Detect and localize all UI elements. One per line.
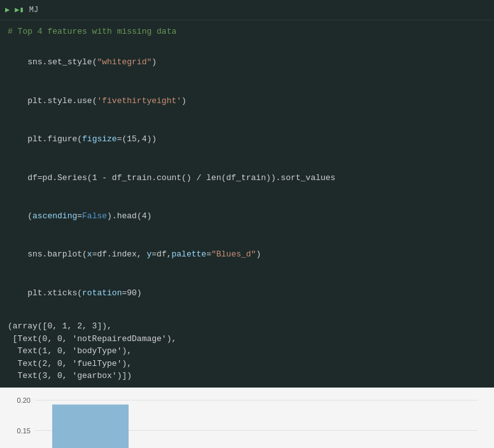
bar-chart: 0.20 0.15 0.10 0.05 0.00 notRepairedDama… bbox=[0, 388, 494, 448]
code-line-5: (ascending=False).head(4) bbox=[8, 197, 486, 235]
code-line-2: plt.style.use('fivethirtyeight') bbox=[8, 82, 486, 120]
svg-text:0.20: 0.20 bbox=[17, 396, 31, 404]
kernel-label: MJ bbox=[29, 6, 38, 15]
chart-area: 0.20 0.15 0.10 0.05 0.00 notRepairedDama… bbox=[0, 388, 494, 448]
code-line-3: plt.figure(figsize=(15,4)) bbox=[8, 120, 486, 158]
code-cell[interactable]: # Top 4 features with missing data sns.s… bbox=[0, 20, 494, 318]
svg-text:0.15: 0.15 bbox=[17, 426, 31, 434]
code-line-6: sns.barplot(x=df.index, y=df,palette="Bl… bbox=[8, 235, 486, 274]
toolbar: ▶ ▶▮ MJ bbox=[0, 0, 494, 20]
output-line-1: (array([0, 1, 2, 3]), bbox=[8, 320, 486, 333]
debug-icon[interactable]: ▶▮ bbox=[15, 5, 24, 15]
output-line-5: Text(3, 0, 'gearbox')]) bbox=[8, 370, 486, 382]
play-icon[interactable]: ▶ bbox=[5, 5, 10, 15]
code-line-7: plt.xticks(rotation=90) bbox=[8, 274, 486, 312]
bar-notRepairedDamage bbox=[52, 404, 129, 448]
code-line-4: df=pd.Series(1 - df_train.count() / len(… bbox=[8, 158, 486, 197]
code-comment: # Top 4 features with missing data bbox=[8, 25, 486, 38]
output-line-3: Text(1, 0, 'bodyType'), bbox=[8, 345, 486, 358]
code-line-1: sns.set_style("whitegrid") bbox=[8, 43, 486, 81]
output-area: (array([0, 1, 2, 3]), [Text(0, 0, 'notRe… bbox=[0, 318, 494, 388]
output-line-4: Text(2, 0, 'fuelType'), bbox=[8, 358, 486, 370]
output-line-2: [Text(0, 0, 'notRepairedDamage'), bbox=[8, 333, 486, 346]
